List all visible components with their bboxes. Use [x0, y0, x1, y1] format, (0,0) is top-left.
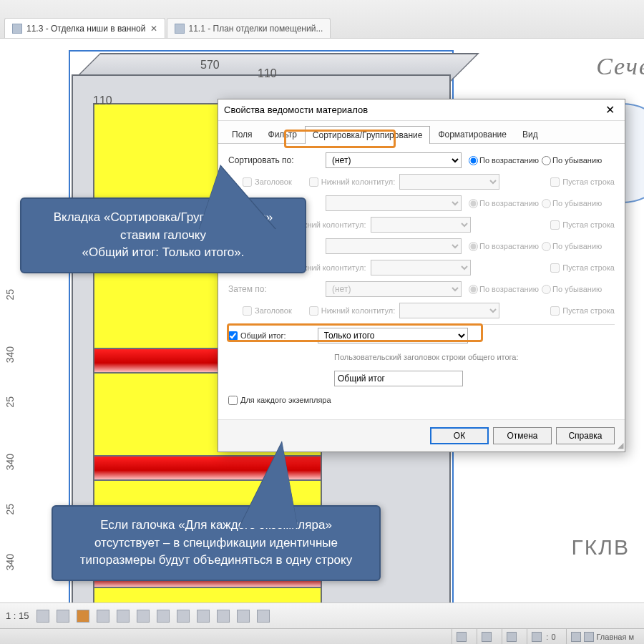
sheet-icon	[12, 24, 22, 34]
view-control-bar: 1 : 15	[0, 602, 644, 628]
schedule-properties-dialog: Свойства ведомости материалов ✕ Поля Фил…	[218, 99, 625, 452]
editable-icon[interactable]	[507, 632, 517, 642]
tab-formatting[interactable]: Форматирование	[430, 125, 514, 143]
tab-fields[interactable]: Поля	[224, 125, 260, 143]
dim-label: 340	[4, 454, 16, 470]
callout-bottom: Если галочка «Для каждого экземпляра» от…	[52, 505, 381, 581]
header-checkbox: Заголовок	[243, 306, 292, 316]
document-tabs: 11.3 - Отделка ниши в ванной ✕ 11.1 - Пл…	[0, 0, 644, 39]
custom-title-input[interactable]	[334, 371, 463, 386]
dialog-body: Сортировать по: (нет) По возрастанию По …	[218, 144, 625, 419]
blank-line-checkbox: Пустая строка	[550, 220, 615, 230]
tab-sorting-grouping[interactable]: Сортировка/Группирование	[305, 126, 431, 144]
radio-descending[interactable]: По убыванию	[542, 156, 602, 165]
then-by-select-2	[326, 195, 462, 211]
close-icon[interactable]: ✕	[150, 24, 157, 34]
blank-line-checkbox: Пустая строка	[550, 177, 615, 187]
callout-line: отсутствует – в спецификации идентичные	[69, 535, 364, 552]
radio-ascending[interactable]: По возрастанию	[469, 156, 539, 165]
footer-checkbox: Нижний колонтитул:	[309, 306, 396, 316]
select-icon[interactable]	[457, 632, 467, 642]
custom-title-label: Пользовательский заголовок строки общего…	[334, 353, 519, 361]
lock-icon[interactable]	[177, 610, 190, 623]
reveal-hidden-icon[interactable]	[217, 610, 230, 623]
radio-ascending: По возрастанию	[469, 242, 539, 251]
doc-tab-active[interactable]: 11.3 - Отделка ниши в ванной ✕	[4, 18, 165, 38]
sort-by-select-1[interactable]: (нет)	[326, 152, 462, 168]
crop-icon[interactable]	[137, 610, 150, 623]
count-value: 0	[551, 633, 555, 641]
callout-top: Вкладка «Сортировка/Группирование» стави…	[20, 197, 306, 273]
footer-select	[399, 303, 499, 318]
radio-descending: По убыванию	[542, 285, 602, 294]
grand-total-checkbox[interactable]: Общий итог:	[228, 331, 286, 341]
sort-by-label: Сортировать по:	[228, 155, 321, 165]
shadows-icon[interactable]	[97, 610, 109, 623]
footer-select	[399, 174, 499, 190]
callout-line: Если галочка «Для каждого экземпляра»	[69, 517, 364, 535]
dim-label: 25	[4, 396, 16, 408]
cancel-button[interactable]: Отмена	[493, 427, 552, 444]
crop-region-icon[interactable]	[157, 610, 170, 623]
callout-line: «Общий итог: Только итого».	[37, 244, 289, 262]
radio-ascending: По возрастанию	[469, 285, 539, 294]
radio-descending: По убыванию	[542, 242, 602, 251]
footer-checkbox: Нижний колонтитул:	[309, 177, 396, 187]
doc-tab-label: 11.1 - План отделки помещений...	[189, 24, 323, 34]
dim-label: 110	[258, 67, 277, 80]
visual-style-icon[interactable]	[57, 610, 69, 623]
rendering-icon[interactable]	[117, 610, 130, 623]
tab-filter[interactable]: Фильтр	[260, 125, 305, 143]
radio-ascending: По возрастанию	[469, 199, 539, 208]
sheet-icon	[175, 24, 185, 34]
temp-hide-icon[interactable]	[197, 610, 210, 623]
dim-label: 340	[4, 554, 16, 570]
grand-total-select[interactable]: Только итого	[318, 328, 468, 343]
per-instance-checkbox[interactable]: Для каждого экземпляра	[228, 396, 331, 405]
scale-value[interactable]: 1 : 15	[6, 610, 29, 621]
mode-label: Главная м	[597, 633, 635, 641]
doc-tab-inactive[interactable]: 11.1 - План отделки помещений...	[167, 18, 331, 38]
status-bar: : 0 Главная м	[0, 628, 644, 644]
dialog-title-text: Свойства ведомости материалов	[224, 104, 368, 115]
doc-tab-label: 11.3 - Отделка ниши в ванной	[26, 24, 146, 34]
then-by-select-3	[326, 238, 462, 254]
dim-label: 570	[200, 59, 220, 72]
blank-line-checkbox: Пустая строка	[550, 306, 615, 316]
close-icon[interactable]: ✕	[601, 103, 619, 117]
link-icon[interactable]	[532, 632, 542, 642]
dialog-titlebar[interactable]: Свойства ведомости материалов ✕	[218, 99, 625, 121]
radio-descending: По убыванию	[542, 199, 602, 208]
dim-label: 25	[4, 504, 16, 515]
help-button[interactable]: Справка	[556, 427, 615, 444]
footer-select	[371, 217, 471, 233]
filter-icon[interactable]	[482, 632, 492, 642]
dim-label: 340	[4, 346, 16, 363]
model-icon-2[interactable]	[584, 632, 594, 642]
then-by-label: Затем по:	[228, 284, 321, 294]
then-by-select-4: (нет)	[326, 281, 462, 297]
dialog-tabs: Поля Фильтр Сортировка/Группирование Фор…	[218, 121, 625, 144]
model-icon[interactable]	[571, 632, 581, 642]
tab-appearance[interactable]: Вид	[514, 125, 546, 143]
constraints-icon[interactable]	[257, 610, 270, 623]
detail-level-icon[interactable]	[36, 610, 49, 623]
worksharing-icon[interactable]	[237, 610, 250, 623]
sun-path-icon[interactable]	[77, 610, 89, 623]
callout-line: типоразмеры будут объединяться в одну ст…	[69, 552, 364, 570]
footer-select	[371, 260, 471, 275]
dim-label: 110	[93, 94, 112, 107]
resize-grip-icon[interactable]: ◢	[618, 441, 623, 450]
section-title: Сече	[596, 53, 644, 80]
dim-label: 25	[4, 289, 16, 301]
ok-button[interactable]: ОК	[430, 427, 489, 444]
blank-line-checkbox: Пустая строка	[550, 263, 615, 273]
material-label: ГКЛВ	[572, 535, 630, 560]
